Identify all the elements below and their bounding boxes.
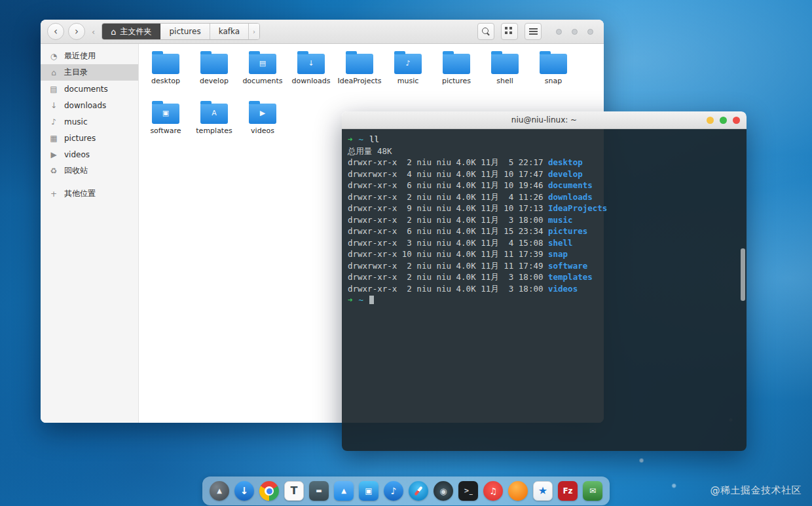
- breadcrumb-label: 主文件夹: [120, 26, 151, 37]
- folder-emblem-icon: ▤: [249, 60, 276, 67]
- terminal-icon: >_: [464, 488, 472, 494]
- folder-label: desktop: [151, 77, 180, 85]
- dock-star-app[interactable]: ★: [533, 481, 553, 501]
- sidebar-item-documents[interactable]: ▤documents: [41, 81, 138, 97]
- folder-downloads[interactable]: ↓downloads: [287, 47, 335, 97]
- folder-label: shell: [496, 77, 513, 85]
- sidebar-item-label: 其他位置: [64, 188, 96, 199]
- dock-system-monitor[interactable]: ▬: [309, 481, 329, 501]
- terminal-title: niu@niu-linux: ~: [342, 115, 747, 125]
- folder-icon: [540, 54, 567, 74]
- plus-icon: +: [49, 189, 58, 199]
- folder-pictures[interactable]: pictures: [432, 47, 481, 97]
- maximize-button[interactable]: [720, 117, 727, 124]
- listing-dir-name: software: [548, 261, 587, 271]
- menu-button[interactable]: [525, 23, 542, 40]
- dock-game-ball[interactable]: [508, 481, 528, 501]
- listing-dir-name: snap: [548, 249, 568, 259]
- sidebar: ◔最近使用⌂主目录▤documents↓downloads♪music▦pict…: [41, 44, 139, 423]
- sidebar-item-label: 主目录: [64, 67, 88, 78]
- terminal-cursor: [369, 296, 374, 304]
- folder-label: videos: [251, 127, 274, 135]
- sidebar-item-trash[interactable]: ♻回收站: [41, 163, 138, 179]
- terminal-window: niu@niu-linux: ~ ➜~ll总用量 48Kdrwxr-xr-x 2…: [342, 111, 747, 451]
- folder-templates[interactable]: Atemplates: [190, 97, 238, 147]
- folder-icon: ♪: [394, 54, 422, 74]
- maximize-button[interactable]: [572, 29, 578, 35]
- listing-meta: drwxr-xr-x 2 niu niu 4.0K 11月 3 18:00: [348, 215, 548, 225]
- breadcrumb-item-pictures[interactable]: pictures: [160, 24, 210, 39]
- dock-browser[interactable]: [409, 481, 428, 501]
- watermark: @稀土掘金技术社区: [710, 484, 802, 497]
- folder-snap[interactable]: snap: [529, 47, 578, 97]
- dock-music-player[interactable]: ♪: [384, 481, 403, 501]
- terminal-titlebar[interactable]: niu@niu-linux: ~: [342, 111, 747, 129]
- breadcrumb-item-kafka[interactable]: kafka: [210, 24, 249, 39]
- sidebar-item-music[interactable]: ♪music: [41, 113, 138, 130]
- breadcrumb-collapse-icon[interactable]: ‹: [89, 27, 98, 37]
- forward-button[interactable]: ›: [68, 23, 85, 40]
- dock: ▲↓T▬▲▣♪◉>_♫★Fz✉: [202, 477, 610, 505]
- grid-view-icon: [505, 27, 507, 29]
- folder-desktop[interactable]: desktop: [141, 47, 190, 97]
- terminal-listing-row: drwxr-xr-x 2 niu niu 4.0K 11月 3 18:00 vi…: [348, 283, 741, 295]
- folder-documents[interactable]: ▤documents: [238, 47, 287, 97]
- dock-terminal[interactable]: >_: [458, 481, 478, 501]
- image-viewer-icon: ▲: [341, 488, 346, 494]
- listing-dir-name: pictures: [548, 226, 587, 236]
- folder-IdeaProjects[interactable]: IdeaProjects: [335, 47, 384, 97]
- folder-icon: ▶: [249, 104, 276, 124]
- breadcrumb-overflow-icon[interactable]: ›: [249, 24, 259, 39]
- terminal-body[interactable]: ➜~ll总用量 48Kdrwxr-xr-x 2 niu niu 4.0K 11月…: [342, 129, 747, 451]
- dock-green-app[interactable]: ✉: [583, 481, 602, 501]
- dock-camera[interactable]: ◉: [434, 481, 453, 501]
- terminal-listing-row: drwxr-xr-x 6 niu niu 4.0K 11月 10 19:46 d…: [348, 180, 741, 191]
- video-icon: ▶: [49, 150, 58, 159]
- folder-music[interactable]: ♪music: [384, 47, 432, 97]
- dock-text-editor[interactable]: T: [284, 481, 304, 501]
- dock-chrome[interactable]: [259, 481, 279, 501]
- folder-emblem-icon: ▣: [152, 109, 179, 117]
- breadcrumb-item-home[interactable]: ⌂主文件夹: [102, 24, 160, 39]
- listing-meta: drwxr-xr-x 2 niu niu 4.0K 11月 5 22:17: [348, 157, 548, 167]
- folder-icon: [443, 54, 470, 74]
- terminal-scrollbar[interactable]: [741, 248, 745, 301]
- folder-videos[interactable]: ▶videos: [238, 97, 287, 147]
- dock-filezilla[interactable]: Fz: [558, 481, 578, 501]
- search-button[interactable]: [477, 23, 494, 40]
- listing-dir-name: music: [548, 215, 573, 225]
- close-button[interactable]: [587, 29, 593, 35]
- terminal-listing-row: drwxr-xr-x 6 niu niu 4.0K 11月 15 23:34 p…: [348, 225, 741, 237]
- minimize-button[interactable]: [707, 117, 714, 124]
- sidebar-item-label: pictures: [64, 134, 96, 143]
- sidebar-item-home[interactable]: ⌂主目录: [41, 64, 138, 81]
- sidebar-item-videos[interactable]: ▶videos: [41, 146, 138, 163]
- dock-image-viewer[interactable]: ▲: [334, 481, 354, 501]
- sidebar-item-recent[interactable]: ◔最近使用: [41, 48, 138, 64]
- music-note-icon: ♪: [391, 486, 397, 496]
- filezilla-icon: Fz: [563, 487, 572, 495]
- folder-software[interactable]: ▣software: [141, 97, 190, 147]
- back-icon: ‹: [54, 26, 58, 37]
- sidebar-item-label: downloads: [64, 101, 106, 110]
- dock-launcher[interactable]: ▲: [210, 481, 229, 501]
- close-button[interactable]: [733, 117, 740, 124]
- dock-netease-music[interactable]: ♫: [483, 481, 503, 501]
- terminal-total-line: 总用量 48K: [348, 146, 741, 157]
- sidebar-item-pictures[interactable]: ▦pictures: [41, 130, 138, 146]
- folder-develop[interactable]: develop: [190, 47, 238, 97]
- sidebar-item-downloads[interactable]: ↓downloads: [41, 97, 138, 113]
- dock-file-manager[interactable]: ▣: [359, 481, 378, 501]
- dock-app-store[interactable]: ↓: [234, 481, 254, 501]
- terminal-prompt-line: ➜~ll: [348, 134, 741, 146]
- folder-shell[interactable]: shell: [481, 47, 529, 97]
- minimize-button[interactable]: [556, 29, 562, 35]
- folder-icon: A: [200, 104, 228, 124]
- listing-meta: drwxrwxr-x 2 niu niu 4.0K 11月 11 17:49: [348, 261, 548, 271]
- terminal-window-controls: [707, 117, 740, 124]
- back-button[interactable]: ‹: [47, 23, 64, 40]
- sidebar-item-other-locations[interactable]: +其他位置: [41, 185, 138, 202]
- view-toggle-button[interactable]: [501, 23, 518, 40]
- file-manager-titlebar[interactable]: ‹ › ‹ ⌂主文件夹pictureskafka›: [41, 20, 604, 44]
- hamburger-icon: [529, 28, 538, 29]
